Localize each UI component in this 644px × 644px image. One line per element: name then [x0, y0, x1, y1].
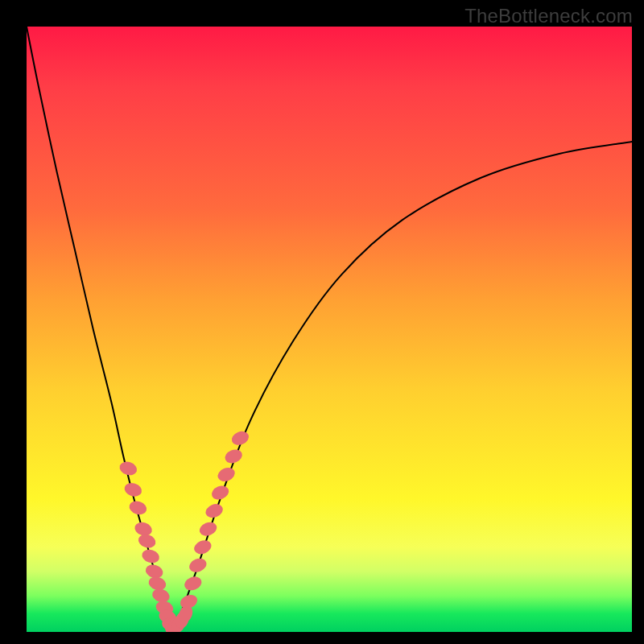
- marker-dot: [223, 447, 244, 465]
- bottleneck-curve: [27, 27, 632, 629]
- marker-dot: [188, 556, 208, 575]
- marker-dot: [204, 502, 225, 520]
- chart-svg: [27, 27, 632, 632]
- bottleneck-curve-path: [27, 27, 632, 629]
- bottleneck-markers: [118, 429, 250, 632]
- marker-dot: [118, 460, 138, 477]
- watermark-text: TheBottleneck.com: [464, 5, 633, 27]
- marker-dot: [183, 574, 204, 592]
- marker-dot: [140, 547, 161, 565]
- marker-dot: [178, 592, 199, 611]
- chart-frame: TheBottleneck.com: [0, 0, 644, 644]
- marker-dot: [229, 429, 250, 448]
- marker-dot: [192, 538, 213, 556]
- marker-dot: [127, 499, 148, 517]
- marker-dot: [197, 520, 218, 539]
- marker-dot: [209, 484, 230, 502]
- marker-dot: [122, 481, 143, 498]
- marker-dot: [137, 532, 158, 550]
- plot-area: [27, 27, 632, 632]
- marker-dot: [216, 465, 237, 484]
